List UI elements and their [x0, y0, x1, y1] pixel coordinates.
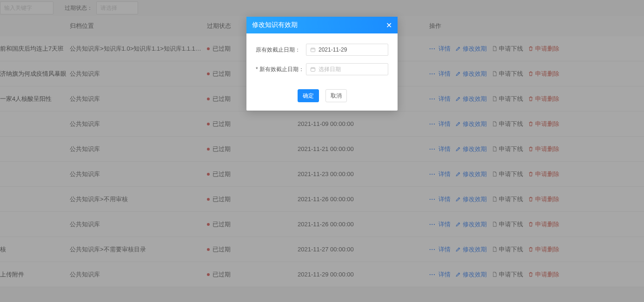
- new-date-input[interactable]: 选择日期: [306, 63, 388, 75]
- new-date-row: 新有效截止日期： 选择日期: [256, 63, 388, 75]
- dialog-body: 原有效截止日期： 2021-11-29 新有效截止日期： 选择日期: [246, 33, 398, 87]
- svg-rect-0: [311, 48, 315, 52]
- calendar-icon: [310, 47, 316, 53]
- orig-date-value: 2021-11-29: [319, 46, 347, 53]
- orig-date-input[interactable]: 2021-11-29: [306, 44, 388, 56]
- new-date-label: 新有效截止日期：: [256, 66, 306, 73]
- orig-date-row: 原有效截止日期： 2021-11-29: [256, 44, 388, 56]
- dialog-actions: 确定 取消: [246, 87, 398, 111]
- ok-button[interactable]: 确定: [298, 89, 319, 102]
- dialog-header: 修改知识有效期 ✕: [246, 17, 398, 33]
- calendar-icon: [310, 66, 316, 72]
- dialog-title: 修改知识有效期: [252, 21, 298, 29]
- orig-date-label: 原有效截止日期：: [256, 46, 306, 54]
- cancel-button[interactable]: 取消: [325, 89, 347, 102]
- modal-overlay[interactable]: 修改知识有效期 ✕ 原有效截止日期： 2021-11-29 新有效截止日期： 选…: [0, 0, 644, 302]
- new-date-placeholder: 选择日期: [319, 66, 341, 73]
- svg-rect-1: [311, 68, 315, 72]
- close-icon[interactable]: ✕: [386, 21, 392, 30]
- modify-expiry-dialog: 修改知识有效期 ✕ 原有效截止日期： 2021-11-29 新有效截止日期： 选…: [246, 17, 398, 111]
